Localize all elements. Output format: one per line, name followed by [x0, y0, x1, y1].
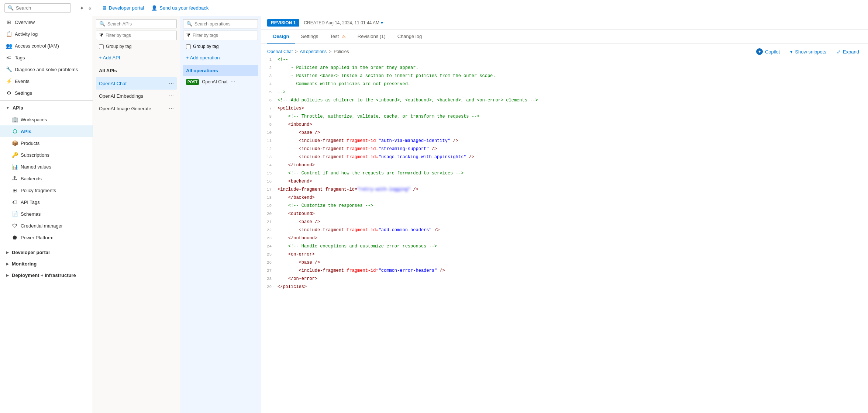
code-line: 17<include-fragment fragment-id="retry-w… [261, 186, 868, 194]
api-group-by-tag[interactable]: Group by tag [96, 42, 177, 51]
ops-search[interactable]: 🔍 [183, 19, 258, 28]
ops-panel: 🔍 ⧩ Group by tag + Add operation All ope… [180, 16, 261, 413]
tab-changelog[interactable]: Change log [392, 30, 428, 44]
code-line: 18 </backend> [261, 194, 868, 202]
add-operation-button[interactable]: + Add operation [183, 53, 258, 62]
developer-portal-link[interactable]: 🖥 Developer portal [102, 5, 144, 11]
api-more-icon[interactable]: ··· [169, 105, 174, 112]
all-operations-item[interactable]: All operations [183, 65, 258, 76]
sidebar-item-overview[interactable]: ⊞ Overview [0, 16, 93, 28]
revision-bar: REVISION 1 CREATED Aug 14, 2024, 11:01:4… [261, 16, 868, 30]
sidebar-section-deployment[interactable]: ▶ Deployment + infrastructure [0, 270, 93, 281]
expand-button[interactable]: ⤢ Expand [834, 48, 862, 56]
api-filter[interactable]: ⧩ [96, 31, 177, 40]
editor-top-right: ✦ Copilot ▾ Show snippets ⤢ Expand [753, 47, 862, 56]
sidebar-item-apis[interactable]: ⬡ APIs [0, 125, 93, 137]
operation-item[interactable]: POSTOpenAI Chat··· [183, 76, 258, 87]
code-line: 10 <base /> [261, 129, 868, 138]
sidebar-item-named-values[interactable]: 📊 Named values [0, 161, 93, 173]
sidebar-item-access-control[interactable]: 👥 Access control (IAM) [0, 40, 93, 52]
sidebar-item-api-tags[interactable]: 🏷 API Tags [0, 196, 93, 208]
sidebar-item-subscriptions[interactable]: 🔑 Subscriptions [0, 149, 93, 161]
sidebar-item-backends[interactable]: 🖧 Backends [0, 173, 93, 184]
code-line: 6<!-- Add policies as children to the <i… [261, 97, 868, 105]
ops-search-icon: 🔍 [186, 21, 192, 27]
api-list-item[interactable]: OpenAI Image Generate··· [96, 102, 177, 115]
ops-filter[interactable]: ⧩ [183, 31, 258, 40]
sidebar-item-events[interactable]: ⚡ Events [0, 75, 93, 87]
revision-badge: REVISION 1 [267, 19, 299, 27]
code-line: 3 - Position <base/> inside a section to… [261, 73, 868, 81]
ops-group-by-tag-checkbox[interactable] [186, 44, 191, 49]
code-line: 11 <include-fragment fragment-id="auth-v… [261, 138, 868, 146]
api-tags-icon: 🏷 [12, 199, 18, 205]
ops-list: POSTOpenAI Chat··· [183, 76, 258, 87]
events-icon: ⚡ [6, 78, 12, 84]
code-line: 20 <outbound> [261, 211, 868, 219]
ops-search-input[interactable] [194, 21, 255, 27]
api-filter-input[interactable] [106, 33, 173, 38]
sidebar-divider-2 [0, 245, 93, 245]
code-line: 8 <!-- Throttle, authorize, validate, ca… [261, 113, 868, 121]
sidebar-item-credential-manager[interactable]: 🛡 Credential manager [0, 220, 93, 232]
search-input[interactable] [16, 5, 60, 11]
sidebar-item-diagnose[interactable]: 🔧 Diagnose and solve problems [0, 63, 93, 75]
api-more-icon[interactable]: ··· [169, 80, 174, 87]
code-line: 28 </on-error> [261, 275, 868, 284]
tab-design[interactable]: Design [267, 30, 295, 44]
sidebar-item-policy-fragments[interactable]: ⊞ Policy fragments [0, 184, 93, 196]
tags-icon: 🏷 [6, 55, 12, 60]
tab-test[interactable]: Test ⚠ [324, 30, 351, 44]
main-layout: ⊞ Overview 📋 Activity log 👥 Access contr… [0, 16, 868, 413]
op-more-icon[interactable]: ··· [231, 79, 235, 85]
sidebar-item-power-platform[interactable]: ⬟ Power Platform [0, 232, 93, 243]
monitoring-expand-icon: ▶ [6, 262, 9, 266]
tab-revisions[interactable]: Revisions (1) [352, 30, 392, 44]
sidebar-item-settings[interactable]: ⚙ Settings [0, 87, 93, 99]
api-more-icon[interactable]: ··· [169, 93, 174, 99]
search-box[interactable]: 🔍 [4, 3, 71, 13]
method-badge: POST [186, 79, 199, 85]
api-list-item[interactable]: OpenAI Chat··· [96, 77, 177, 90]
code-line: 21 <base /> [261, 219, 868, 227]
deployment-expand-icon: ▶ [6, 273, 9, 277]
show-snippets-button[interactable]: ▾ Show snippets [787, 48, 829, 56]
sparkle-icon[interactable]: ✦ [78, 4, 86, 12]
api-search[interactable]: 🔍 [96, 19, 177, 28]
ops-filter-input[interactable] [193, 33, 255, 38]
code-line: 1<!-- [261, 56, 868, 65]
revision-info: CREATED Aug 14, 2024, 11:01:44 AM ▾ [304, 20, 383, 25]
sidebar: ⊞ Overview 📋 Activity log 👥 Access contr… [0, 16, 93, 413]
sidebar-section-developer-portal[interactable]: ▶ Developer portal [0, 247, 93, 258]
sidebar-item-products[interactable]: 📦 Products [0, 137, 93, 149]
sidebar-item-activity-log[interactable]: 📋 Activity log [0, 28, 93, 40]
editor-area: REVISION 1 CREATED Aug 14, 2024, 11:01:4… [261, 16, 868, 413]
sidebar-item-workspaces[interactable]: 🏢 Workspaces [0, 114, 93, 125]
developer-portal-icon: 🖥 [102, 5, 107, 11]
sidebar-section-monitoring[interactable]: ▶ Monitoring [0, 258, 93, 270]
copilot-button[interactable]: ✦ Copilot [753, 47, 783, 56]
api-search-input[interactable] [107, 21, 173, 27]
tab-settings[interactable]: Settings [295, 30, 324, 44]
code-line: 2 - Policies are applied in the order th… [261, 65, 868, 73]
topbar-icons: ✦ « [78, 4, 93, 12]
apis-icon: ⬡ [12, 128, 18, 134]
api-search-icon: 🔍 [99, 21, 105, 27]
subscriptions-icon: 🔑 [12, 152, 18, 158]
api-panel: 🔍 ⧩ Group by tag + Add API All APIs Open… [93, 16, 180, 413]
api-group-by-tag-checkbox[interactable] [99, 44, 104, 49]
all-apis-label: All APIs [96, 66, 177, 75]
api-list-item[interactable]: OpenAI Embeddings··· [96, 90, 177, 102]
revision-dropdown-icon[interactable]: ▾ [381, 20, 383, 25]
test-warn-icon: ⚠ [342, 34, 346, 39]
sidebar-section-apis[interactable]: ▼ APIs [0, 102, 93, 114]
topbar-links: 🖥 Developer portal 👤 Send us your feedba… [102, 5, 209, 11]
named-values-icon: 📊 [12, 164, 18, 170]
sidebar-item-tags[interactable]: 🏷 Tags [0, 52, 93, 63]
add-api-button[interactable]: + Add API [96, 53, 177, 62]
ops-group-by-tag[interactable]: Group by tag [183, 42, 258, 51]
collapse-icon[interactable]: « [87, 4, 93, 12]
code-line: 13 <include-fragment fragment-id="usage-… [261, 154, 868, 162]
sidebar-item-schemas[interactable]: 📄 Schemas [0, 208, 93, 220]
feedback-link[interactable]: 👤 Send us your feedback [151, 5, 209, 11]
